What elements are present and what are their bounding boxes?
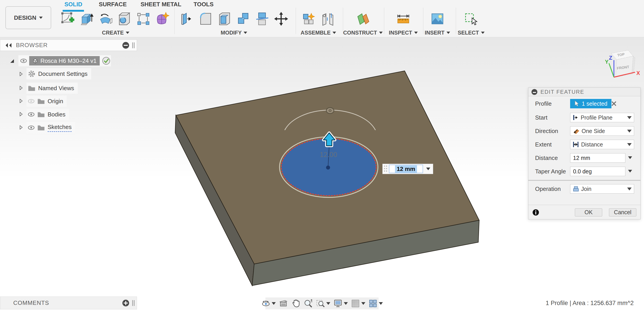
expand-arrow-icon[interactable] — [19, 72, 23, 76]
chevron-down-icon — [39, 16, 43, 19]
construct-dropdown[interactable]: CONSTRUCT — [343, 30, 383, 36]
cancel-button[interactable]: Cancel — [609, 208, 636, 217]
taper-angle-input[interactable]: 0.0 deg — [570, 167, 625, 176]
browser-item-document-settings[interactable]: Document Settings — [26, 68, 91, 79]
distance-input[interactable]: 12 mm — [570, 153, 625, 163]
ok-button[interactable]: OK — [575, 208, 602, 217]
component-cube-icon — [32, 58, 38, 64]
info-icon[interactable] — [532, 209, 539, 216]
create-sketch-button[interactable] — [59, 9, 77, 28]
look-at-icon — [279, 299, 288, 308]
insert-dropdown[interactable]: INSERT — [424, 30, 450, 36]
pan-button[interactable] — [291, 299, 300, 308]
extent-value: Distance — [581, 141, 603, 148]
viewports-icon — [368, 299, 378, 308]
taper-angle-input-value: 0.0 deg — [573, 168, 592, 175]
grid-dropdown-icon[interactable] — [361, 302, 365, 305]
insert-image-button[interactable] — [428, 9, 446, 28]
expand-arrow-icon[interactable] — [19, 125, 23, 130]
browser-item-named-views[interactable]: Named Views — [26, 82, 78, 94]
revolve-button[interactable] — [96, 9, 114, 28]
pattern-button[interactable] — [134, 9, 152, 28]
select-button[interactable] — [462, 9, 480, 28]
construct-plane-button[interactable] — [354, 9, 372, 28]
visibility-eye-icon[interactable] — [20, 58, 27, 63]
modify-dropdown[interactable]: MODIFY — [221, 30, 247, 36]
browser-drag-handle[interactable] — [132, 42, 134, 48]
create-form-button[interactable] — [153, 9, 171, 28]
direction-dropdown[interactable]: One Side — [570, 126, 634, 136]
move-button[interactable] — [272, 9, 290, 28]
operation-dropdown[interactable]: Join — [570, 184, 634, 194]
hole-button[interactable] — [116, 9, 134, 28]
expand-arrow-icon[interactable] — [19, 86, 23, 90]
profile-selected-count: 1 selected — [582, 100, 608, 107]
popup-drag-handle[interactable] — [384, 165, 387, 173]
browser-item-sketches[interactable]: Sketches — [26, 122, 75, 133]
orbit-dropdown-icon[interactable] — [272, 302, 276, 305]
shell-button[interactable] — [216, 9, 234, 28]
press-pull-button[interactable] — [178, 9, 196, 28]
root-expand-icon[interactable] — [10, 59, 14, 63]
zoom-dropdown-icon[interactable] — [326, 302, 330, 305]
viewports-button[interactable] — [368, 299, 383, 308]
split-body-icon — [255, 11, 270, 26]
combine-button[interactable] — [234, 9, 252, 28]
start-label: Start — [535, 114, 548, 121]
tab-solid-label: SOLID — [64, 1, 82, 8]
joint-button[interactable] — [319, 9, 337, 28]
clear-selection-x-icon[interactable] — [611, 101, 617, 107]
distance-value-input[interactable]: 12 mm — [389, 165, 423, 173]
create-dropdown[interactable]: CREATE — [102, 30, 129, 36]
look-at-button[interactable] — [279, 299, 288, 308]
split-body-button[interactable] — [253, 9, 271, 28]
browser-collapse-icon[interactable] — [122, 42, 129, 49]
extrude-button[interactable] — [78, 9, 96, 28]
orbit-button[interactable] — [261, 299, 276, 308]
assemble-dropdown[interactable]: ASSEMBLE — [301, 30, 336, 36]
new-component-button[interactable] — [300, 9, 318, 28]
display-dropdown-icon[interactable] — [344, 302, 348, 305]
measure-button[interactable] — [394, 9, 412, 28]
grid-settings-button[interactable] — [351, 299, 365, 308]
distance-expr-dropdown-icon[interactable] — [628, 156, 632, 159]
visibility-eye-icon[interactable] — [28, 112, 34, 117]
visibility-eye-icon[interactable] — [28, 125, 34, 130]
comments-panel[interactable]: COMMENTS — [0, 297, 137, 309]
fillet-button[interactable] — [197, 9, 215, 28]
expand-arrow-icon[interactable] — [19, 99, 23, 103]
start-dropdown[interactable]: Profile Plane — [570, 113, 634, 122]
tab-tools[interactable]: TOOLS — [194, 1, 214, 9]
profile-selected-chip[interactable]: 1 selected — [570, 99, 612, 108]
extent-dropdown[interactable]: Distance — [570, 140, 634, 149]
taper-expr-dropdown-icon[interactable] — [628, 170, 632, 173]
tab-solid[interactable]: SOLID — [64, 1, 82, 9]
tab-sheet-metal[interactable]: SHEET METAL — [140, 1, 182, 9]
add-comment-icon[interactable] — [122, 300, 129, 307]
collapse-panel-icon[interactable] — [5, 43, 12, 48]
browser-root-row[interactable]: Rosca H6 M30–24 v1 — [18, 55, 111, 66]
comments-drag-handle[interactable] — [132, 300, 134, 306]
display-settings-button[interactable] — [333, 299, 348, 308]
design-menu-button[interactable]: DESIGN — [6, 6, 51, 29]
new-component-icon — [302, 11, 316, 26]
insert-group — [428, 9, 446, 28]
browser-item-origin[interactable]: Origin — [26, 96, 67, 107]
tab-surface[interactable]: SURFACE — [99, 1, 127, 9]
expand-arrow-icon[interactable] — [19, 112, 23, 116]
inspect-dropdown[interactable]: INSPECT — [389, 30, 418, 36]
profile-row: Profile 1 selected — [528, 99, 640, 108]
browser-item-bodies[interactable]: Bodies — [26, 109, 69, 120]
dialog-header[interactable]: EDIT FEATURE — [528, 88, 640, 96]
chevron-down-icon — [379, 32, 383, 34]
zoom-button[interactable] — [303, 299, 313, 308]
viewports-dropdown-icon[interactable] — [379, 302, 383, 305]
dimension-dropdown-icon[interactable] — [426, 168, 430, 170]
profile-label: Profile — [535, 100, 552, 107]
extent-row: Extent Distance — [528, 140, 640, 149]
assemble-group — [300, 9, 337, 28]
visibility-off-eye-icon[interactable] — [28, 99, 34, 104]
select-dropdown[interactable]: SELECT — [458, 30, 484, 36]
dialog-collapse-icon[interactable] — [532, 89, 537, 95]
window-zoom-button[interactable] — [316, 299, 330, 308]
